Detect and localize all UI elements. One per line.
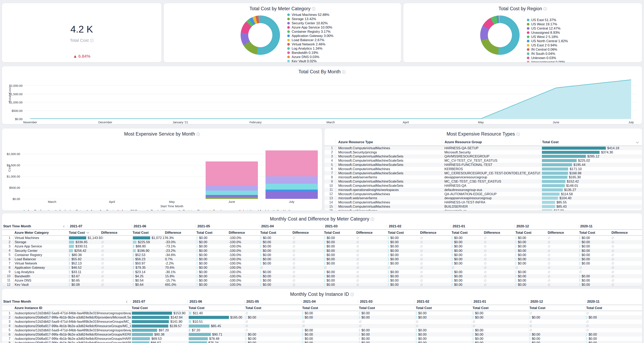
table-row[interactable]: 2Storage$336.85∅$225.59-33.0%$0.00-100.0… — [2, 240, 642, 244]
legend-item[interactable]: Bandwidth — [146, 209, 178, 210]
table-row[interactable]: 11Azure DNS$0.65∅$0.54-15.7%$0.00-100.0%… — [2, 278, 642, 283]
legend-item[interactable]: US East 2 0.94% — [527, 43, 568, 47]
sub-header-difference[interactable]: Difference — [226, 231, 259, 235]
legend-item[interactable]: Unassigned 8.93% — [527, 30, 568, 35]
sub-header-total-cost[interactable]: Total Cost — [244, 306, 301, 310]
info-icon[interactable]: ⓘ — [350, 293, 354, 297]
stacked-bar[interactable] — [266, 150, 318, 199]
sub-header-difference[interactable]: Difference — [354, 231, 387, 235]
legend-item[interactable]: Azure DNS 0.03% — [287, 55, 334, 59]
info-icon[interactable]: ⓘ — [543, 7, 547, 11]
table-row[interactable]: 3/subscriptions/12d2db62-5aa9-471d-84bb-… — [2, 320, 642, 324]
sub-header-total-cost[interactable]: Total Cost — [131, 306, 188, 310]
legend-item[interactable]: Bandwidth 0.19% — [287, 51, 334, 55]
table-row[interactable]: 6Load Balancer$55.82∅$56.230.7%$0.00-100… — [2, 257, 642, 261]
month-group-header[interactable]: 2021-01 — [451, 224, 514, 228]
month-group-header[interactable]: 2021-05 — [195, 224, 259, 228]
month-group-header[interactable]: 2020-12 — [528, 300, 585, 304]
column-header-resource-group[interactable]: Azure Resource Group — [442, 140, 540, 144]
sub-header-total-cost[interactable]: Total Cost — [472, 306, 528, 310]
stacked-bar[interactable] — [206, 161, 258, 199]
legend-item[interactable]: Log Analytics 1.34% — [287, 46, 334, 51]
month-group-header[interactable]: 2021-03 — [358, 300, 415, 304]
stacked-bar-chart[interactable]: $2,000.00$1,500.00$1,000.00$500.00$0.00 — [22, 139, 322, 199]
table-row[interactable]: 2/subscriptions/20d6a917-99fa-4b1b-9b2e-… — [2, 315, 642, 320]
legend-item[interactable]: Storage 13.42% — [287, 17, 334, 21]
month-group-header[interactable]: 2020-11 — [585, 300, 642, 304]
sub-header-total-cost[interactable]: Total Cost — [514, 231, 545, 235]
sub-header-difference[interactable]: Difference — [417, 231, 451, 235]
info-icon[interactable]: ⓘ — [196, 132, 200, 136]
sub-header-difference[interactable]: Difference — [545, 231, 578, 235]
month-group-header[interactable]: 2021-05 — [244, 300, 301, 304]
meter-category-donut-chart[interactable] — [240, 15, 280, 55]
table-row[interactable]: 8/subscriptions/20d6a917-99fa-4b1b-9b2e-… — [2, 341, 642, 343]
table-row[interactable]: 9Log Analytics$33.11∅$23.14-30.1%$0.00-1… — [2, 270, 642, 274]
chevron-left-icon[interactable]: ‹ — [126, 300, 128, 304]
sub-header-total-cost[interactable]: Total Cost — [301, 306, 358, 310]
table-row[interactable]: 3Azure App Service$330.51∅$88.80-73.1%$0… — [2, 244, 642, 248]
legend-item[interactable]: Application Gateway — [54, 209, 86, 210]
legend-item[interactable]: Virtual Network 2.46% — [287, 42, 334, 46]
table-row[interactable]: 2Microsoft.Security/pricingsMicrosoft.Se… — [324, 150, 642, 154]
month-group-header[interactable]: 2021-01 — [472, 300, 528, 304]
table-row[interactable]: 12Key Vault$0.08∅$0.64691.0%$0.00-100.0%… — [2, 283, 642, 286]
legend-item[interactable]: Insight and Analytics — [238, 209, 272, 210]
info-icon[interactable]: ⓘ — [90, 38, 94, 42]
month-group-header[interactable]: 2021-06 — [132, 224, 195, 228]
sub-header-difference[interactable]: Difference — [481, 231, 514, 235]
table-row[interactable]: 4Microsoft.Compute/virtualMachineScaleSe… — [324, 158, 642, 163]
table-row[interactable]: 12Microsoft.Compute/virtualMachinesQA-AU… — [324, 192, 642, 196]
legend-item[interactable]: Key Vault — [272, 209, 296, 210]
month-group-header[interactable]: 2020-11 — [578, 224, 642, 228]
table-row[interactable]: 7Microsoft.Compute/virtualMachineScaleSe… — [324, 171, 642, 175]
legend-item[interactable]: US Central 12.47% — [527, 26, 568, 30]
table-row[interactable]: 4/subscriptions/20d6a917-99fa-4b1b-9b2e-… — [2, 324, 642, 328]
table-row[interactable]: 3Microsoft.Compute/virtualMachineScaleSe… — [324, 154, 642, 159]
sub-header-total-cost[interactable]: Total Cost — [68, 231, 98, 235]
legend-item[interactable]: IN South 0.04% — [527, 52, 568, 56]
legend-item[interactable]: Virtual Machines 52.88% — [287, 13, 334, 17]
sub-header-difference[interactable]: Difference — [608, 231, 642, 235]
month-group-header[interactable]: 2021-07 — [131, 300, 188, 304]
table-row[interactable]: 4Security Center$256.42∅$196.90-23.2%$0.… — [2, 249, 642, 253]
sub-header-total-cost[interactable]: Total Cost — [387, 231, 417, 235]
sub-header-difference[interactable]: Difference — [162, 231, 196, 235]
area-chart[interactable]: $2,000.00$1,500.00$1,000.00$500.00$0.00 — [24, 77, 637, 119]
sub-header-total-cost[interactable]: Total Cost — [451, 231, 481, 235]
sub-header-total-cost[interactable]: Total Cost — [132, 231, 162, 235]
table-row[interactable]: 1/subscriptions/12d2db62-5aa9-471d-84bb-… — [2, 311, 642, 315]
column-header-total-cost[interactable]: Total Cost — [540, 140, 642, 144]
table-row[interactable]: 15Microsoft.Compute/virtualMachinesBUILD… — [324, 204, 642, 209]
sub-header-total-cost[interactable]: Total Cost — [528, 306, 585, 310]
table-row[interactable]: 10Microsoft.Compute/virtualMachineScaleS… — [324, 184, 642, 188]
table-row[interactable]: 1Microsoft.Compute/virtualMachinesHARNES… — [324, 146, 642, 150]
table-row[interactable]: 13microsoft.web/serverfarmsdevappservice… — [324, 196, 642, 200]
info-icon[interactable]: ⓘ — [312, 7, 315, 11]
sub-header-total-cost[interactable]: Total Cost — [415, 306, 472, 310]
table-row[interactable]: 10Bandwidth$3.67∅$4.2515.8%$0.00-100.0%$… — [2, 274, 642, 278]
legend-item[interactable]: Key Vault 0.02% — [287, 59, 334, 62]
sub-header-difference[interactable]: Difference — [98, 231, 132, 235]
table-row[interactable]: 16microsoft.web/serverfarmsdocexample-rg… — [324, 209, 642, 210]
table-row[interactable]: 5Microsoft.Compute/virtualMachineScaleSe… — [324, 163, 642, 167]
sub-header-difference[interactable]: Difference — [290, 231, 323, 235]
table-row[interactable]: 5/subscriptions/12d2db62-5aa9-471d-84bb-… — [2, 328, 642, 332]
legend-item[interactable]: Intercontinental 0.00% — [527, 60, 568, 62]
legend-item[interactable]: Load Balancer 2.67% — [287, 38, 334, 42]
legend-item[interactable]: Container Registry — [178, 209, 209, 210]
table-row[interactable]: 6/subscriptions/20d6a917-99fa-4b1b-9b2e-… — [2, 332, 642, 337]
legend-item[interactable]: Azure DNS — [117, 209, 146, 210]
month-group-header[interactable]: 2021-02 — [415, 300, 472, 304]
legend-item[interactable]: Security Center 10.82% — [287, 21, 334, 25]
chevron-left-icon[interactable]: ‹ — [63, 224, 64, 229]
month-group-header[interactable]: 2021-02 — [387, 224, 450, 228]
month-group-header[interactable]: 2020-12 — [514, 224, 578, 228]
month-group-header[interactable]: 2021-04 — [301, 300, 358, 304]
legend-item[interactable]: Unknown 0.03% — [527, 56, 568, 60]
sub-header-total-cost[interactable]: Total Cost — [358, 306, 415, 310]
sub-header-total-cost[interactable]: Total Cost — [323, 231, 354, 235]
table-row[interactable]: 1Virtual Machines$1,143.93∅$1,072.17-6.3… — [2, 236, 642, 240]
legend-item[interactable]: Azure App Service 10.00% — [287, 25, 334, 29]
info-icon[interactable]: ⓘ — [370, 217, 374, 221]
